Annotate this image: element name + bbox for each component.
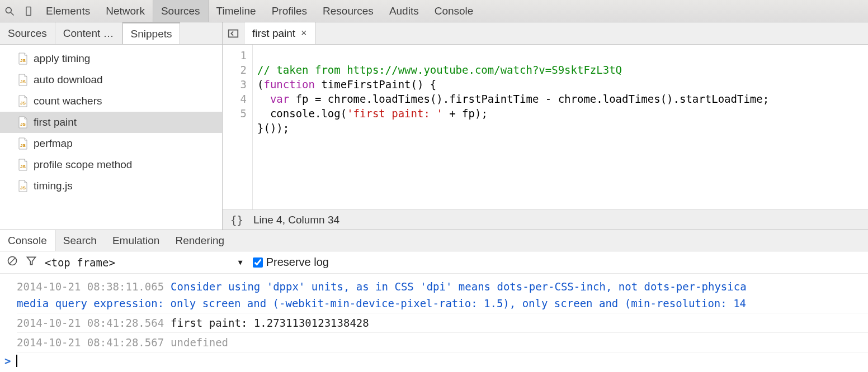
- snippet-label: apply timing: [34, 53, 90, 65]
- editor-tab-label: first paint: [252, 27, 295, 40]
- snippet-item[interactable]: JSapply timing: [0, 48, 222, 69]
- navigator-toggle-icon[interactable]: [223, 22, 244, 44]
- device-mode-icon[interactable]: [19, 0, 38, 22]
- search-icon[interactable]: [0, 0, 19, 22]
- console-timestamp: 2014-10-21 08:41:28.564: [17, 317, 164, 329]
- console-messages: 2014-10-21 08:38:11.065Consider using 'd…: [0, 274, 868, 352]
- snippet-item[interactable]: JStiming.js: [0, 175, 222, 197]
- js-file-icon: JS: [18, 53, 28, 65]
- snippet-list: JSapply timingJSauto downloadJScount wac…: [0, 45, 222, 230]
- svg-line-12: [10, 258, 15, 264]
- snippet-label: auto download: [34, 74, 103, 86]
- svg-text:JS: JS: [20, 79, 26, 84]
- sources-sidebar: SourcesContent …Snippets JSapply timingJ…: [0, 22, 223, 230]
- pretty-print-icon[interactable]: {}: [230, 214, 243, 226]
- tab-console[interactable]: Console: [427, 0, 482, 22]
- snippet-label: count wachers: [34, 95, 102, 107]
- svg-rect-2: [26, 7, 31, 15]
- svg-text:JS: JS: [20, 122, 26, 127]
- svg-text:JS: JS: [20, 143, 26, 148]
- tab-timeline[interactable]: Timeline: [209, 0, 264, 22]
- editor-status-bar: {} Line 4, Column 34: [223, 209, 868, 230]
- console-drawer: <top frame> ▼ Preserve log 2014-10-21 08…: [0, 251, 868, 367]
- frame-selector[interactable]: <top frame> ▼: [45, 256, 243, 269]
- snippet-item[interactable]: JSperfmap: [0, 133, 222, 154]
- svg-line-1: [11, 12, 14, 15]
- sidebar-tab-content-[interactable]: Content …: [55, 22, 122, 44]
- chevron-down-icon: ▼: [238, 258, 243, 266]
- code-editor: first paint × 1 2 3 4 5 // taken from ht…: [223, 22, 868, 230]
- sidebar-tabs: SourcesContent …Snippets: [0, 22, 222, 45]
- code-area[interactable]: 1 2 3 4 5 // taken from https://www.yout…: [223, 45, 868, 209]
- js-file-icon: JS: [18, 159, 28, 171]
- snippet-label: first paint: [34, 116, 77, 128]
- sidebar-tab-sources[interactable]: Sources: [0, 22, 55, 44]
- console-message: media query expression: only screen and …: [17, 295, 868, 312]
- console-message: Consider using 'dppx' units, as in CSS '…: [171, 280, 747, 293]
- devtools-toolbar: ElementsNetworkSourcesTimelineProfilesRe…: [0, 0, 868, 22]
- editor-tabbar: first paint ×: [223, 22, 868, 45]
- snippet-label: profile scope method: [34, 159, 132, 171]
- drawer-tab-console[interactable]: Console: [0, 230, 55, 251]
- close-icon[interactable]: ×: [301, 27, 307, 39]
- preserve-log-checkbox[interactable]: Preserve log: [251, 256, 329, 269]
- console-prompt[interactable]: >: [0, 352, 868, 367]
- snippet-item[interactable]: JSprofile scope method: [0, 154, 222, 175]
- prompt-chevron-icon: >: [4, 355, 11, 367]
- main-tabs: ElementsNetworkSourcesTimelineProfilesRe…: [38, 0, 481, 22]
- svg-point-0: [6, 7, 11, 13]
- snippet-label: timing.js: [34, 180, 73, 192]
- text-caret: [16, 355, 17, 367]
- console-message: undefined: [171, 336, 228, 349]
- line-gutter: 1 2 3 4 5: [223, 45, 253, 209]
- code-lines: // taken from https://www.youtube.com/wa…: [253, 45, 769, 209]
- editor-tab-first-paint[interactable]: first paint ×: [244, 22, 315, 44]
- console-row: 2014-10-21 08:41:28.564first paint: 1.27…: [17, 313, 868, 333]
- drawer-tab-rendering[interactable]: Rendering: [167, 230, 232, 251]
- svg-marker-13: [27, 257, 36, 264]
- console-timestamp: 2014-10-21 08:38:11.065: [17, 280, 164, 293]
- tab-network[interactable]: Network: [98, 0, 153, 22]
- tab-profiles[interactable]: Profiles: [264, 0, 315, 22]
- drawer-tab-emulation[interactable]: Emulation: [105, 230, 168, 251]
- snippet-item[interactable]: JSfirst paint: [0, 112, 222, 133]
- tab-sources[interactable]: Sources: [153, 0, 209, 22]
- snippet-item[interactable]: JScount wachers: [0, 90, 222, 112]
- sources-panel: SourcesContent …Snippets JSapply timingJ…: [0, 22, 868, 230]
- js-file-icon: JS: [18, 95, 28, 107]
- svg-rect-10: [229, 30, 238, 37]
- cursor-position: Line 4, Column 34: [253, 214, 339, 226]
- tab-elements[interactable]: Elements: [38, 0, 98, 22]
- drawer-tab-search[interactable]: Search: [55, 230, 105, 251]
- js-file-icon: JS: [18, 180, 28, 192]
- sidebar-tab-snippets[interactable]: Snippets: [122, 22, 181, 44]
- snippet-item[interactable]: JSauto download: [0, 69, 222, 90]
- console-row: 2014-10-21 08:38:11.065Consider using 'd…: [17, 277, 868, 313]
- drawer-tabs: ConsoleSearchEmulationRendering: [0, 230, 868, 251]
- svg-text:JS: JS: [20, 164, 26, 169]
- console-timestamp: 2014-10-21 08:41:28.567: [17, 336, 164, 349]
- svg-text:JS: JS: [20, 58, 26, 63]
- js-file-icon: JS: [18, 74, 28, 86]
- console-toolbar: <top frame> ▼ Preserve log: [0, 251, 868, 274]
- svg-text:JS: JS: [20, 101, 26, 106]
- js-file-icon: JS: [18, 116, 28, 128]
- console-row: 2014-10-21 08:41:28.567undefined: [17, 333, 868, 352]
- filter-icon[interactable]: [26, 255, 37, 269]
- console-message: first paint: 1.2731130123138428: [171, 317, 369, 329]
- snippet-label: perfmap: [34, 137, 73, 150]
- js-file-icon: JS: [18, 137, 28, 150]
- tab-audits[interactable]: Audits: [381, 0, 427, 22]
- tab-resources[interactable]: Resources: [315, 0, 381, 22]
- clear-console-icon[interactable]: [7, 255, 18, 269]
- svg-text:JS: JS: [20, 185, 26, 190]
